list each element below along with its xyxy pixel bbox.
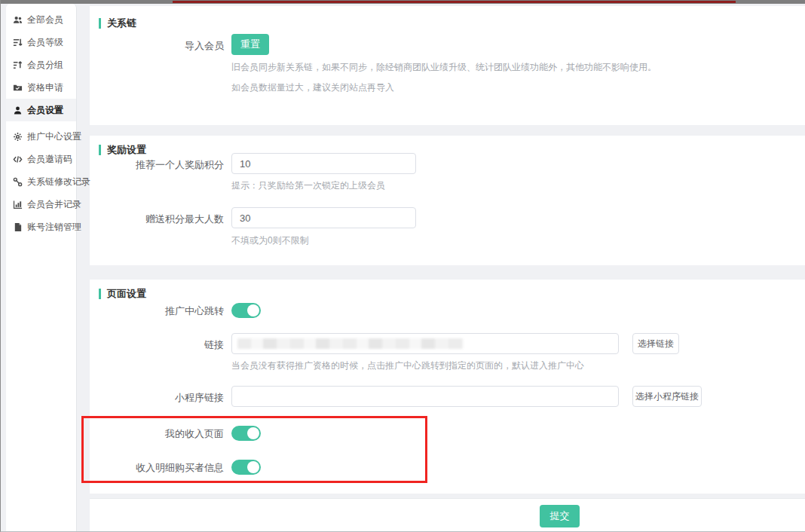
sidebar-item-label: 关系链修改记录 <box>27 176 90 188</box>
section-accent-bar <box>99 18 101 29</box>
file-icon <box>13 222 23 232</box>
page-settings-section: 页面设置 推广中心跳转 链接 选择链接 当会员没有获得推广资格的时候，点击推广中… <box>90 280 805 494</box>
red-annotation-line <box>173 1 736 3</box>
sidebar-item-account-cancel[interactable]: 账号注销管理 <box>6 216 76 238</box>
sidebar-item-label: 推广中心设置 <box>27 130 81 143</box>
recommend-points-help: 提示：只奖励给第一次锁定的上级会员 <box>231 179 385 192</box>
users-icon <box>13 15 23 25</box>
sidebar-item-label: 会员设置 <box>27 104 63 117</box>
sort-numeric-icon <box>13 38 23 47</box>
sidebar: 全部会员 会员等级 会员分组 资格申请 会员设置 推广中心设置 会员邀请码 关系… <box>6 4 77 532</box>
max-people-label: 赠送积分最大人数 <box>90 212 224 226</box>
promo-jump-toggle[interactable] <box>231 303 261 318</box>
sidebar-item-label: 全部会员 <box>27 14 63 26</box>
code-icon <box>13 154 23 164</box>
user-icon <box>13 105 23 115</box>
income-buyer-info-label: 收入明细购买者信息 <box>90 461 224 475</box>
max-people-help: 不填或为0则不限制 <box>231 234 309 247</box>
section-accent-bar <box>99 289 101 299</box>
toggle-knob <box>247 461 259 473</box>
sidebar-item-promo-center-settings[interactable]: 推广中心设置 <box>6 125 76 148</box>
sidebar-item-label: 资格申请 <box>27 81 63 94</box>
section-title: 页面设置 <box>107 287 146 301</box>
sidebar-item-label: 会员等级 <box>27 36 63 49</box>
recommend-points-input[interactable] <box>231 153 416 174</box>
sidebar-item-label: 会员分组 <box>27 59 63 72</box>
import-help-line2: 如会员数据量过大，建议关闭站点再导入 <box>231 81 394 94</box>
toggle-knob <box>247 304 259 316</box>
reward-settings-section: 奖励设置 推荐一个人奖励积分 提示：只奖励给第一次锁定的上级会员 赠送积分最大人… <box>90 136 805 265</box>
miniprogram-link-input[interactable] <box>231 386 619 407</box>
select-link-button[interactable]: 选择链接 <box>632 333 679 354</box>
reset-button[interactable]: 重置 <box>231 34 269 55</box>
select-miniprogram-link-button[interactable]: 选择小程序链接 <box>632 386 702 407</box>
link-icon <box>13 177 23 187</box>
max-people-input[interactable] <box>231 207 416 228</box>
submit-button[interactable]: 提交 <box>540 505 580 527</box>
sort-alpha-icon <box>13 60 23 70</box>
link-label: 链接 <box>90 338 224 352</box>
income-buyer-info-toggle[interactable] <box>231 460 261 475</box>
section-title: 奖励设置 <box>107 143 146 157</box>
window-top-strip <box>1 0 805 4</box>
toggle-knob <box>247 427 259 439</box>
link-redacted-value <box>237 338 464 349</box>
relation-chain-section: 关系链 导入会员 重置 旧会员同步新关系链，如果不同步，除经销商团队业绩升级、统… <box>90 6 805 125</box>
sidebar-item-member-settings[interactable]: 会员设置 <box>6 99 76 121</box>
link-help: 当会员没有获得推广资格的时候，点击推广中心跳转到指定的页面的，默认进入推广中心 <box>231 359 584 372</box>
sidebar-item-merge-log[interactable]: 会员合并记录 <box>6 193 76 216</box>
bar-chart-icon <box>13 200 23 209</box>
section-title: 关系链 <box>107 17 136 30</box>
import-members-label: 导入会员 <box>90 39 224 53</box>
sidebar-item-member-groups[interactable]: 会员分组 <box>6 54 76 76</box>
promo-jump-label: 推广中心跳转 <box>90 304 224 318</box>
miniprogram-link-label: 小程序链接 <box>90 391 224 405</box>
footer-bar: 提交 <box>90 499 805 532</box>
sidebar-item-member-levels[interactable]: 会员等级 <box>6 31 76 54</box>
folder-check-icon <box>13 83 23 93</box>
import-help-line1: 旧会员同步新关系链，如果不同步，除经销商团队业绩升级、统计团队业绩功能外，其他功… <box>231 61 657 74</box>
sidebar-item-label: 会员邀请码 <box>27 153 72 166</box>
my-income-page-toggle[interactable] <box>231 426 261 441</box>
gear-icon <box>13 132 23 142</box>
my-income-page-label: 我的收入页面 <box>90 427 224 441</box>
sidebar-item-label: 会员合并记录 <box>27 198 81 211</box>
sidebar-item-invite-code[interactable]: 会员邀请码 <box>6 148 76 170</box>
section-accent-bar <box>99 145 101 155</box>
sidebar-item-all-members[interactable]: 全部会员 <box>6 8 76 31</box>
sidebar-item-relation-log[interactable]: 关系链修改记录 <box>6 170 76 193</box>
sidebar-item-label: 账号注销管理 <box>27 221 81 234</box>
recommend-points-label: 推荐一个人奖励积分 <box>90 158 224 172</box>
sidebar-item-qualification[interactable]: 资格申请 <box>6 76 76 99</box>
